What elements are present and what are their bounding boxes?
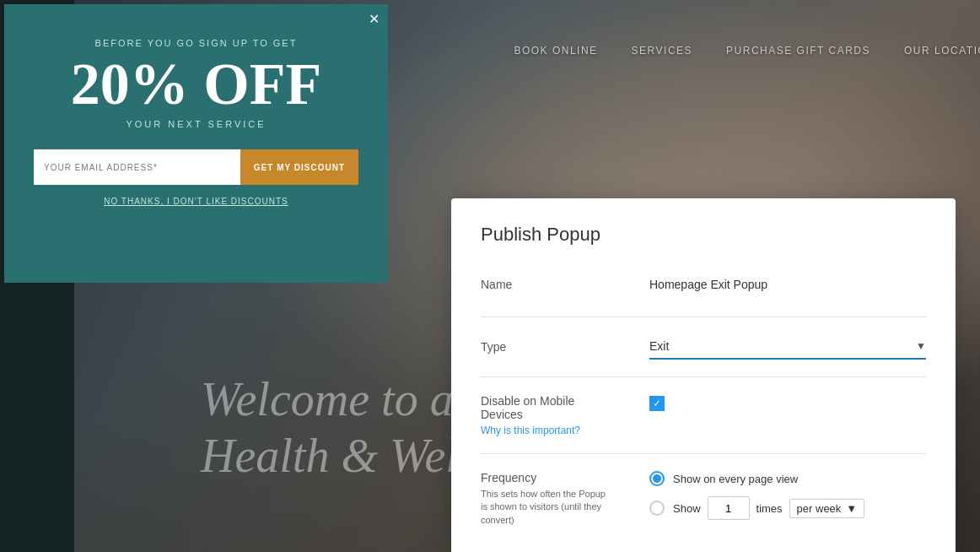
per-week-select[interactable]: per week ▼ (789, 499, 865, 518)
mobile-checkbox[interactable]: ✓ (649, 396, 665, 411)
popup-subtitle: BEFORE YOU GO SIGN UP TO GET (95, 38, 298, 48)
per-week-value: per week (797, 502, 842, 515)
name-row: Name Homepage Exit Popup (481, 269, 926, 300)
decline-link[interactable]: NO THANKS, I DON'T LIKE DISCOUNTS (104, 197, 288, 206)
divider-2 (481, 376, 926, 377)
close-button[interactable]: ✕ (369, 11, 380, 27)
mobile-label: Disable on Mobile (481, 394, 649, 408)
type-dropdown-arrow: ▼ (916, 340, 926, 352)
frequency-label-col: Frequency This sets how often the Popup … (481, 471, 649, 527)
type-row: Type Exit ▼ (481, 334, 926, 360)
show-label: Show (673, 502, 701, 515)
publish-modal: Publish Popup Name Homepage Exit Popup T… (451, 198, 956, 552)
show-times-input[interactable] (708, 496, 750, 520)
mobile-disable-row: Disable on Mobile Devices Why is this im… (481, 394, 926, 436)
email-input[interactable] (34, 149, 240, 185)
name-value: Homepage Exit Popup (649, 278, 767, 291)
radio-every-page-option[interactable]: Show on every page view (649, 471, 926, 486)
mobile-sublabel: Devices (481, 408, 649, 421)
mobile-label-col: Disable on Mobile Devices Why is this im… (481, 394, 649, 436)
type-label: Type (481, 340, 649, 354)
times-label: times (757, 502, 783, 515)
show-times-row: Show times per week ▼ (673, 496, 864, 520)
checkbox-checkmark: ✓ (653, 398, 661, 409)
popup-form: GET MY DISCOUNT (34, 149, 358, 185)
teal-popup: ✕ BEFORE YOU GO SIGN UP TO GET 20% OFF Y… (4, 4, 388, 283)
radio-show-times-option[interactable]: Show times per week ▼ (649, 496, 926, 520)
type-select[interactable]: Exit ▼ (649, 334, 926, 360)
name-label: Name (481, 278, 649, 291)
frequency-description: This sets how often the Popup is shown t… (481, 488, 607, 527)
divider-3 (481, 453, 926, 454)
radio-selected-indicator (653, 474, 661, 483)
get-discount-button[interactable]: GET MY DISCOUNT (240, 149, 358, 185)
frequency-options: Show on every page view Show times per w… (649, 471, 926, 520)
per-week-arrow: ▼ (846, 502, 857, 515)
divider-1 (481, 317, 926, 317)
frequency-row: Frequency This sets how often the Popup … (481, 471, 926, 527)
popup-discount-text: 20% OFF (71, 55, 321, 114)
radio-every-page-button[interactable] (649, 471, 665, 486)
frequency-label: Frequency (481, 471, 649, 484)
radio-every-page-label: Show on every page view (673, 473, 798, 485)
radio-show-times-button[interactable] (649, 501, 665, 516)
mobile-why-link[interactable]: Why is this important? (481, 425, 649, 436)
publish-modal-title: Publish Popup (481, 224, 926, 246)
popup-service-text: YOUR NEXT SERVICE (126, 119, 266, 129)
type-value: Exit (649, 339, 669, 353)
